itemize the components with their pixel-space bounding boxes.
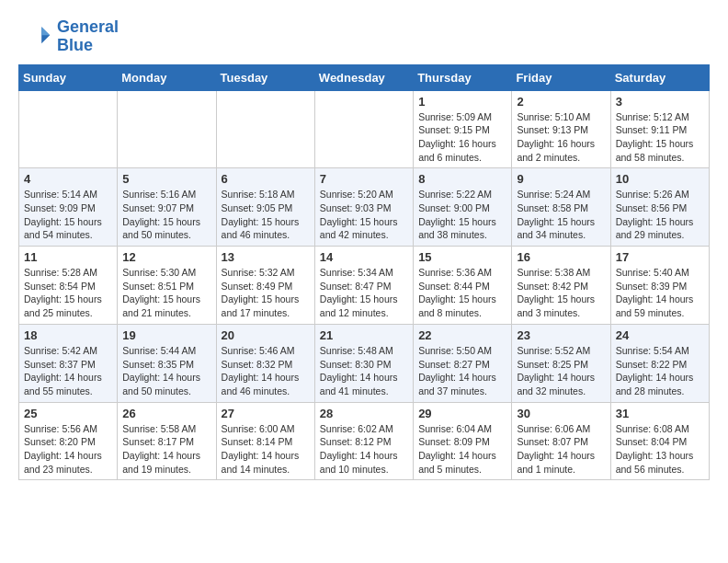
calendar-header-monday: Monday — [118, 64, 216, 90]
day-info: Sunrise: 5:26 AM Sunset: 8:56 PM Dayligh… — [616, 188, 704, 242]
calendar-week-1: 1Sunrise: 5:09 AM Sunset: 9:15 PM Daylig… — [19, 90, 710, 168]
day-info: Sunrise: 5:52 AM Sunset: 8:25 PM Dayligh… — [517, 344, 605, 398]
day-info: Sunrise: 6:08 AM Sunset: 8:04 PM Dayligh… — [616, 422, 704, 477]
day-info: Sunrise: 5:20 AM Sunset: 9:03 PM Dayligh… — [320, 188, 408, 242]
day-number: 21 — [320, 328, 408, 342]
day-info: Sunrise: 5:30 AM Sunset: 8:51 PM Dayligh… — [122, 266, 210, 320]
calendar-cell — [19, 90, 118, 168]
calendar-cell: 26Sunrise: 5:58 AM Sunset: 8:17 PM Dayli… — [118, 402, 216, 480]
calendar-cell: 3Sunrise: 5:12 AM Sunset: 9:11 PM Daylig… — [610, 90, 709, 168]
day-info: Sunrise: 5:24 AM Sunset: 8:58 PM Dayligh… — [517, 188, 605, 242]
calendar-cell: 19Sunrise: 5:44 AM Sunset: 8:35 PM Dayli… — [118, 324, 216, 402]
calendar-cell: 5Sunrise: 5:16 AM Sunset: 9:07 PM Daylig… — [118, 168, 216, 247]
calendar-week-4: 18Sunrise: 5:42 AM Sunset: 8:37 PM Dayli… — [19, 324, 710, 402]
calendar-header-friday: Friday — [512, 64, 610, 90]
day-number: 28 — [320, 407, 408, 420]
day-number: 19 — [122, 328, 210, 342]
day-number: 23 — [517, 328, 605, 342]
day-number: 6 — [222, 172, 310, 186]
day-info: Sunrise: 5:32 AM Sunset: 8:49 PM Dayligh… — [222, 266, 310, 320]
day-info: Sunrise: 6:04 AM Sunset: 8:09 PM Dayligh… — [418, 422, 506, 477]
day-info: Sunrise: 5:40 AM Sunset: 8:39 PM Dayligh… — [616, 266, 704, 320]
day-number: 20 — [222, 328, 310, 342]
day-number: 7 — [320, 172, 408, 186]
day-number: 26 — [122, 407, 210, 420]
day-info: Sunrise: 5:36 AM Sunset: 8:44 PM Dayligh… — [418, 266, 506, 320]
day-number: 10 — [616, 172, 704, 186]
calendar-cell: 6Sunrise: 5:18 AM Sunset: 9:05 PM Daylig… — [216, 168, 314, 247]
day-info: Sunrise: 5:10 AM Sunset: 9:13 PM Dayligh… — [517, 110, 605, 165]
day-info: Sunrise: 5:38 AM Sunset: 8:42 PM Dayligh… — [517, 266, 605, 320]
calendar-cell: 13Sunrise: 5:32 AM Sunset: 8:49 PM Dayli… — [216, 247, 314, 325]
day-info: Sunrise: 5:09 AM Sunset: 9:15 PM Dayligh… — [418, 110, 506, 165]
day-info: Sunrise: 6:06 AM Sunset: 8:07 PM Dayligh… — [517, 422, 605, 477]
day-number: 3 — [616, 95, 704, 109]
calendar-cell: 31Sunrise: 6:08 AM Sunset: 8:04 PM Dayli… — [610, 402, 709, 480]
day-number: 4 — [24, 172, 112, 186]
day-info: Sunrise: 5:54 AM Sunset: 8:22 PM Dayligh… — [616, 344, 704, 398]
calendar-cell: 12Sunrise: 5:30 AM Sunset: 8:51 PM Dayli… — [118, 247, 216, 325]
calendar-cell: 23Sunrise: 5:52 AM Sunset: 8:25 PM Dayli… — [512, 324, 610, 402]
page-header: General Blue — [18, 18, 710, 55]
day-number: 17 — [616, 250, 704, 264]
day-info: Sunrise: 5:14 AM Sunset: 9:09 PM Dayligh… — [24, 188, 112, 242]
day-number: 8 — [418, 172, 506, 186]
calendar-cell: 30Sunrise: 6:06 AM Sunset: 8:07 PM Dayli… — [512, 402, 610, 480]
logo: General Blue — [18, 18, 119, 55]
day-info: Sunrise: 5:50 AM Sunset: 8:27 PM Dayligh… — [418, 344, 506, 398]
day-info: Sunrise: 6:00 AM Sunset: 8:14 PM Dayligh… — [222, 422, 310, 477]
calendar-table: SundayMondayTuesdayWednesdayThursdayFrid… — [18, 64, 710, 481]
calendar-cell: 8Sunrise: 5:22 AM Sunset: 9:00 PM Daylig… — [414, 168, 512, 247]
day-number: 25 — [24, 407, 112, 420]
calendar-cell — [118, 90, 216, 168]
calendar-cell: 16Sunrise: 5:38 AM Sunset: 8:42 PM Dayli… — [512, 247, 610, 325]
calendar-cell: 7Sunrise: 5:20 AM Sunset: 9:03 PM Daylig… — [314, 168, 413, 247]
day-number: 13 — [222, 250, 310, 264]
calendar-cell: 22Sunrise: 5:50 AM Sunset: 8:27 PM Dayli… — [414, 324, 512, 402]
calendar-cell — [216, 90, 314, 168]
calendar-cell: 29Sunrise: 6:04 AM Sunset: 8:09 PM Dayli… — [414, 402, 512, 480]
calendar-cell: 9Sunrise: 5:24 AM Sunset: 8:58 PM Daylig… — [512, 168, 610, 247]
day-info: Sunrise: 5:42 AM Sunset: 8:37 PM Dayligh… — [24, 344, 112, 398]
day-number: 11 — [24, 250, 112, 264]
day-info: Sunrise: 5:22 AM Sunset: 9:00 PM Dayligh… — [418, 188, 506, 242]
day-number: 31 — [616, 407, 704, 420]
day-number: 2 — [517, 95, 605, 109]
logo-text: General Blue — [57, 18, 119, 55]
day-number: 1 — [418, 95, 506, 109]
calendar-header-tuesday: Tuesday — [216, 64, 314, 90]
calendar-cell: 4Sunrise: 5:14 AM Sunset: 9:09 PM Daylig… — [19, 168, 118, 247]
day-number: 27 — [222, 407, 310, 420]
logo-icon — [18, 20, 51, 53]
calendar-header-row: SundayMondayTuesdayWednesdayThursdayFrid… — [19, 64, 710, 90]
day-number: 30 — [517, 407, 605, 420]
calendar-cell: 11Sunrise: 5:28 AM Sunset: 8:54 PM Dayli… — [19, 247, 118, 325]
day-number: 22 — [418, 328, 506, 342]
day-info: Sunrise: 5:44 AM Sunset: 8:35 PM Dayligh… — [122, 344, 210, 398]
calendar-week-5: 25Sunrise: 5:56 AM Sunset: 8:20 PM Dayli… — [19, 402, 710, 480]
day-number: 18 — [24, 328, 112, 342]
calendar-cell: 25Sunrise: 5:56 AM Sunset: 8:20 PM Dayli… — [19, 402, 118, 480]
day-info: Sunrise: 5:46 AM Sunset: 8:32 PM Dayligh… — [222, 344, 310, 398]
day-number: 14 — [320, 250, 408, 264]
day-number: 15 — [418, 250, 506, 264]
day-number: 5 — [122, 172, 210, 186]
calendar-cell: 27Sunrise: 6:00 AM Sunset: 8:14 PM Dayli… — [216, 402, 314, 480]
calendar-cell: 14Sunrise: 5:34 AM Sunset: 8:47 PM Dayli… — [314, 247, 413, 325]
day-info: Sunrise: 5:12 AM Sunset: 9:11 PM Dayligh… — [616, 110, 704, 165]
calendar-cell: 15Sunrise: 5:36 AM Sunset: 8:44 PM Dayli… — [414, 247, 512, 325]
day-info: Sunrise: 5:28 AM Sunset: 8:54 PM Dayligh… — [24, 266, 112, 320]
calendar-cell: 1Sunrise: 5:09 AM Sunset: 9:15 PM Daylig… — [414, 90, 512, 168]
calendar-cell: 24Sunrise: 5:54 AM Sunset: 8:22 PM Dayli… — [610, 324, 709, 402]
day-number: 16 — [517, 250, 605, 264]
calendar-header-sunday: Sunday — [19, 64, 118, 90]
day-info: Sunrise: 5:18 AM Sunset: 9:05 PM Dayligh… — [222, 188, 310, 242]
day-info: Sunrise: 5:58 AM Sunset: 8:17 PM Dayligh… — [122, 422, 210, 477]
day-number: 24 — [616, 328, 704, 342]
calendar-cell: 21Sunrise: 5:48 AM Sunset: 8:30 PM Dayli… — [314, 324, 413, 402]
calendar-cell — [314, 90, 413, 168]
calendar-header-thursday: Thursday — [414, 64, 512, 90]
day-info: Sunrise: 5:48 AM Sunset: 8:30 PM Dayligh… — [320, 344, 408, 398]
day-number: 12 — [122, 250, 210, 264]
day-info: Sunrise: 5:34 AM Sunset: 8:47 PM Dayligh… — [320, 266, 408, 320]
